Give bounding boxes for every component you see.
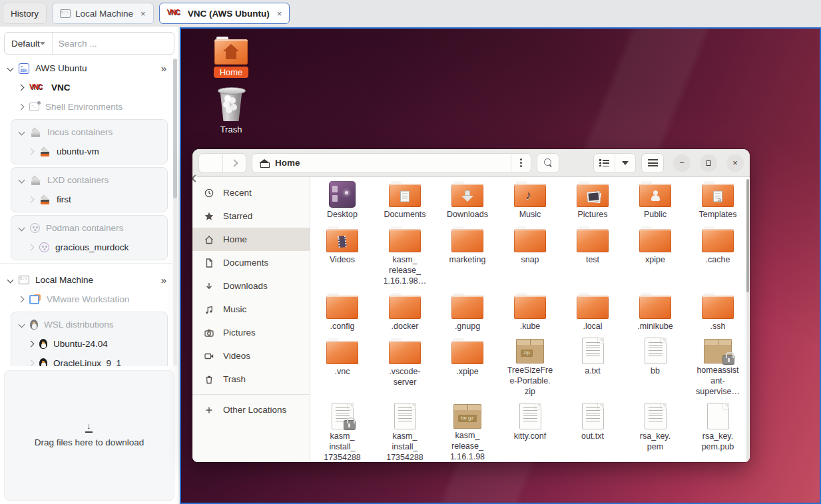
file-item[interactable]: .xpipe — [436, 337, 499, 397]
file-item[interactable]: .vnc — [311, 337, 374, 397]
tree-item-vmware-workstation[interactable]: VMware Workstation — [0, 290, 172, 309]
file-item[interactable]: rsa_key. pem — [624, 402, 686, 462]
file-item[interactable]: bb — [624, 337, 686, 397]
tab-local-machine[interactable]: Local Machine × — [52, 3, 154, 24]
file-item[interactable]: Desktop — [311, 180, 374, 220]
tree-item-ubuntu-vm[interactable]: ubuntu-vm — [11, 142, 167, 161]
tab-history[interactable]: History — [3, 3, 47, 24]
file-item[interactable]: out.txt — [561, 402, 624, 462]
category-dropdown[interactable]: Default — [5, 33, 53, 54]
tree-item-incus-containers[interactable]: Incus containers — [11, 123, 167, 142]
file-item[interactable]: kasm_ install_ 17354288 — [311, 402, 374, 462]
tab-vnc-aws-ubuntu[interactable]: VNC (AWS Ubuntu) × — [159, 3, 290, 24]
sidebar-item-starred[interactable]: Starred — [192, 204, 310, 228]
tree-item-gracious-murdock[interactable]: gracious_murdock — [11, 238, 167, 257]
sidebar-item-other-locations[interactable]: Other Locations — [192, 398, 310, 421]
file-item[interactable]: .kube — [499, 292, 561, 332]
sidebar-item-videos[interactable]: Videos — [192, 344, 310, 368]
maximize-button[interactable] — [700, 154, 717, 172]
file-item[interactable]: test — [561, 225, 624, 286]
tree-item-local-machine[interactable]: Local Machine » — [0, 270, 172, 290]
file-item[interactable]: .docker — [374, 292, 436, 332]
chevron-down-icon[interactable] — [19, 225, 25, 232]
sidebar-item-recent[interactable]: Recent — [192, 181, 310, 204]
expand-chevrons-icon[interactable]: » — [161, 274, 172, 286]
main-menu-button[interactable] — [641, 153, 664, 173]
chevron-down-icon[interactable] — [19, 322, 25, 328]
minimize-button[interactable]: − — [673, 154, 690, 172]
chevron-right-icon[interactable] — [18, 85, 25, 91]
content-scrollbar[interactable] — [746, 179, 749, 460]
file-item[interactable]: Pictures — [561, 180, 624, 220]
file-item[interactable]: kitty.conf — [499, 402, 561, 462]
desktop-icon-trash[interactable]: Trash — [208, 87, 254, 135]
chevron-right-icon[interactable] — [28, 360, 35, 366]
expand-chevrons-icon[interactable]: » — [161, 63, 172, 74]
chevron-right-icon[interactable] — [28, 196, 35, 203]
sidebar-item-trash[interactable]: Trash — [192, 368, 310, 391]
file-item[interactable]: .gnupg — [436, 292, 499, 332]
list-view-button[interactable] — [594, 154, 615, 172]
chevron-right-icon[interactable] — [18, 104, 25, 111]
back-button[interactable] — [199, 154, 222, 172]
file-item[interactable]: .ssh — [686, 292, 749, 332]
chevron-down-icon[interactable] — [7, 65, 14, 72]
file-item[interactable]: Public — [624, 180, 686, 220]
chevron-down-icon[interactable] — [19, 129, 25, 136]
tree-scrollbar[interactable] — [173, 59, 177, 366]
file-item[interactable]: .vscode- server — [374, 337, 436, 397]
file-item[interactable]: marketing — [436, 225, 499, 286]
file-item[interactable]: kasm_ release_ 1.16.1.98… — [374, 225, 436, 286]
file-item[interactable]: .minikube — [624, 292, 686, 332]
file-item[interactable]: Documents — [374, 180, 436, 220]
tree-item-vnc[interactable]: VNC — [0, 78, 172, 97]
file-item[interactable]: kasm_ install_ 17354288 — [374, 402, 436, 462]
tree-item-shell-environments[interactable]: Shell Environments — [0, 97, 172, 117]
tree-item-aws-ubuntu[interactable]: AWS Ubuntu » — [0, 59, 172, 78]
file-item[interactable]: homeassist ant- supervise… — [686, 337, 749, 397]
file-item[interactable]: Downloads — [436, 180, 499, 220]
close-icon[interactable]: × — [140, 9, 146, 19]
forward-button[interactable] — [222, 154, 246, 172]
file-item[interactable]: .config — [311, 292, 374, 332]
tree-item-ubuntu-24-04[interactable]: Ubuntu-24.04 — [11, 334, 167, 354]
search-input[interactable] — [59, 39, 174, 49]
download-dropzone[interactable]: Drag files here to download — [4, 370, 174, 501]
file-item[interactable]: .local — [561, 292, 624, 332]
sidebar-item-pictures[interactable]: Pictures — [192, 321, 310, 344]
file-item[interactable]: a.txt — [561, 337, 624, 397]
file-item[interactable]: zipTreeSizeFre e-Portable. zip — [499, 337, 561, 397]
sidebar-item-downloads[interactable]: Downloads — [192, 274, 310, 298]
file-manager-headerbar[interactable]: Home − × — [192, 149, 750, 177]
chevron-down-icon[interactable] — [7, 277, 14, 284]
close-icon[interactable]: × — [277, 9, 282, 19]
vnc-viewport[interactable]: Home Trash Home — [180, 27, 821, 504]
path-menu-button[interactable] — [511, 154, 531, 172]
path-bar[interactable]: Home — [252, 153, 531, 173]
chevron-right-icon[interactable] — [18, 296, 25, 303]
view-options-button[interactable] — [615, 154, 636, 172]
sidebar-item-documents[interactable]: Documents — [192, 251, 310, 274]
file-item[interactable]: xpipe — [624, 225, 686, 286]
desktop-icon-home[interactable]: Home — [208, 37, 254, 78]
tree-item-first[interactable]: first — [11, 190, 167, 209]
tree-item-lxd-containers[interactable]: LXD containers — [11, 170, 167, 190]
file-item[interactable]: tar.gzkasm_ release_ 1.16.1.98 — [436, 402, 499, 462]
tree-item-wsl-distributions[interactable]: WSL distributions — [11, 315, 167, 334]
chevron-right-icon[interactable] — [28, 148, 35, 155]
file-item[interactable]: Templates — [686, 180, 749, 220]
sidebar-item-home[interactable]: Home — [192, 228, 310, 251]
search-button[interactable] — [537, 153, 559, 173]
close-button[interactable]: × — [726, 154, 744, 172]
tree-item-podman-containers[interactable]: Podman containers — [11, 218, 167, 238]
file-item[interactable]: Music — [499, 180, 561, 220]
file-item[interactable]: .cache — [686, 225, 749, 286]
file-item[interactable]: rsa_key. pem.pub — [686, 402, 749, 462]
tree-item-oraclelinux-9-1[interactable]: OracleLinux_9_1 — [11, 354, 167, 366]
sidebar-item-music[interactable]: Music — [192, 298, 310, 321]
chevron-right-icon[interactable] — [28, 341, 35, 348]
chevron-down-icon[interactable] — [19, 177, 25, 184]
chevron-right-icon[interactable] — [28, 244, 35, 251]
file-item[interactable]: Videos — [311, 225, 374, 286]
file-item[interactable]: snap — [499, 225, 561, 286]
